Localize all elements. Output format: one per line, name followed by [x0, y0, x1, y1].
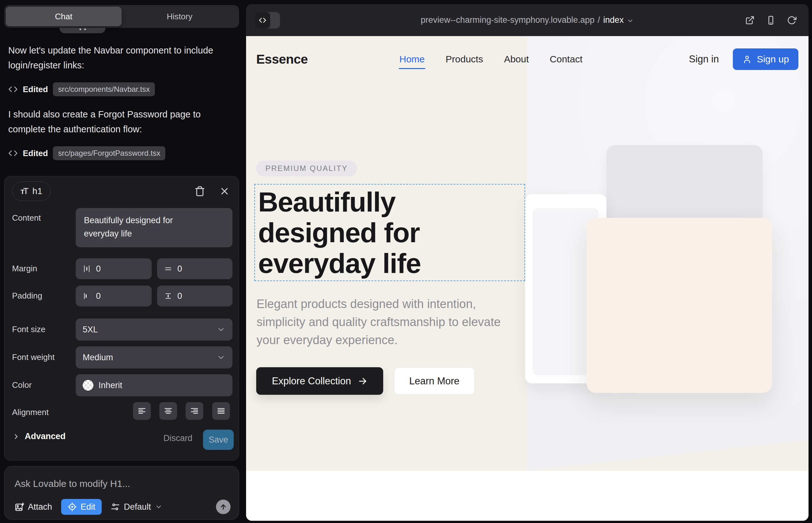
- mode-select[interactable]: Default: [110, 502, 162, 512]
- element-tag-pill[interactable]: TT h1: [12, 181, 51, 201]
- chevron-down-icon: [217, 353, 226, 362]
- margin-vertical-icon: [164, 265, 172, 273]
- url-page: index: [603, 15, 624, 25]
- tab-history[interactable]: History: [122, 7, 237, 26]
- sign-up-button[interactable]: Sign up: [733, 49, 798, 70]
- font-weight-label: Font weight: [12, 353, 54, 362]
- padding-y-input[interactable]: 0: [157, 286, 232, 306]
- browser-topbar: preview--charming-site-symphony.lovable.…: [246, 4, 809, 36]
- font-size-label: Font size: [12, 325, 46, 334]
- nav-link-about[interactable]: About: [503, 49, 529, 69]
- chevron-right-icon: [12, 432, 20, 441]
- preview-browser-window: preview--charming-site-symphony.lovable.…: [246, 4, 809, 521]
- delete-element-icon[interactable]: [194, 186, 206, 197]
- attach-button[interactable]: Attach: [15, 502, 52, 512]
- font-size-select[interactable]: 5XL: [76, 319, 232, 341]
- chevron-down-icon: [627, 17, 634, 24]
- chevron-down-icon: [155, 503, 162, 511]
- learn-more-button[interactable]: Learn More: [394, 367, 475, 395]
- hero-heading-line: everyday life: [258, 248, 525, 278]
- nav-link-home[interactable]: Home: [399, 49, 425, 69]
- selected-h1-outline[interactable]: Beautifully designed for everyday life: [254, 184, 525, 281]
- align-left-button[interactable]: [133, 402, 151, 420]
- color-select[interactable]: Inherit: [76, 374, 232, 396]
- advanced-toggle[interactable]: Advanced: [12, 432, 66, 441]
- color-label: Color: [12, 380, 32, 390]
- edited-label: Edited: [23, 85, 48, 94]
- sidebar-tabs: Chat History: [4, 5, 239, 28]
- hero-section: Essence Home Products About Contact Sign…: [246, 36, 809, 471]
- font-weight-select[interactable]: Medium: [76, 346, 232, 368]
- sign-in-link[interactable]: Sign in: [689, 54, 719, 65]
- assistant-message: I should also create a Forgot Password p…: [8, 107, 224, 137]
- site-nav-links: Home Products About Contact: [399, 46, 583, 72]
- url-separator: /: [598, 15, 600, 25]
- hero-badge: PREMIUM QUALITY: [256, 161, 357, 176]
- browser-actions: [745, 4, 796, 36]
- prompt-input[interactable]: [15, 476, 224, 492]
- site-auth: Sign in Sign up: [689, 46, 798, 72]
- nav-link-contact[interactable]: Contact: [549, 49, 583, 69]
- mobile-view-icon[interactable]: [766, 16, 776, 25]
- hero-cta-row: Explore Collection Learn More: [256, 367, 475, 395]
- padding-horizontal-icon: [83, 292, 91, 300]
- edited-file-row[interactable]: Edited src/pages/ForgotPassword.tsx: [8, 146, 165, 161]
- element-tag: h1: [32, 186, 42, 196]
- edit-mode-button[interactable]: Edit: [61, 499, 102, 515]
- margin-horizontal-icon: [83, 265, 91, 273]
- file-path-chip[interactable]: src/pages/ForgotPassword.tsx: [53, 146, 165, 160]
- refresh-icon[interactable]: [787, 16, 796, 25]
- alignment-label: Alignment: [12, 408, 49, 417]
- clipped-chat-bubble: [59, 28, 105, 33]
- edited-label: Edited: [23, 148, 48, 158]
- padding-x-input[interactable]: 0: [76, 286, 152, 306]
- sliders-icon: [110, 502, 120, 511]
- tab-chat[interactable]: Chat: [6, 7, 122, 26]
- margin-label: Margin: [12, 264, 37, 273]
- chevron-down-icon: [217, 325, 226, 334]
- target-icon: [68, 502, 77, 511]
- element-inspector-panel: TT h1 Content Beautifully designed for e…: [4, 176, 239, 461]
- type-icon: TT: [21, 186, 29, 196]
- color-swatch: [83, 380, 93, 391]
- hero-heading-line: Beautifully: [258, 186, 525, 217]
- padding-label: Padding: [12, 291, 42, 301]
- prompt-composer: Attach Edit Default: [4, 466, 239, 520]
- hero-paragraph: Elegant products designed with intention…: [257, 295, 510, 349]
- site-logo[interactable]: Essence: [256, 46, 308, 72]
- save-button[interactable]: Save: [203, 430, 234, 450]
- content-field[interactable]: Beautifully designed for everyday life: [76, 208, 232, 247]
- send-button[interactable]: [216, 500, 231, 514]
- close-inspector-icon[interactable]: [219, 186, 231, 197]
- align-center-button[interactable]: [159, 402, 177, 420]
- align-right-button[interactable]: [186, 402, 203, 420]
- file-path-chip[interactable]: src/components/Navbar.tsx: [53, 82, 155, 96]
- explore-collection-button[interactable]: Explore Collection: [256, 367, 383, 395]
- nav-link-products[interactable]: Products: [445, 49, 483, 69]
- placeholder-card-cream: [586, 218, 772, 393]
- margin-y-input[interactable]: 0: [157, 258, 232, 279]
- assistant-message: Now let's update the Navbar component to…: [8, 43, 224, 73]
- discard-button[interactable]: Discard: [163, 433, 193, 443]
- user-icon: [742, 54, 752, 64]
- code-icon: [8, 148, 18, 158]
- chat-sidebar: Chat History Now let's update the Navbar…: [0, 0, 246, 523]
- content-label: Content: [12, 213, 41, 223]
- open-external-icon[interactable]: [745, 16, 755, 25]
- padding-vertical-icon: [164, 292, 172, 300]
- site-navbar: Essence Home Products About Contact Sign…: [256, 46, 798, 72]
- align-justify-button[interactable]: [212, 402, 230, 420]
- edited-file-row[interactable]: Edited src/components/Navbar.tsx: [8, 82, 155, 97]
- margin-x-input[interactable]: 0: [76, 258, 152, 279]
- url-host: preview--charming-site-symphony.lovable.…: [421, 15, 595, 25]
- code-icon: [8, 85, 18, 94]
- arrow-right-icon: [358, 376, 367, 386]
- attach-image-icon: [15, 502, 24, 511]
- site-preview: Essence Home Products About Contact Sign…: [246, 36, 809, 521]
- hero-heading-line: designed for: [258, 217, 525, 248]
- app: Chat History Now let's update the Navbar…: [0, 0, 812, 523]
- url-bar[interactable]: preview--charming-site-symphony.lovable.…: [246, 4, 809, 36]
